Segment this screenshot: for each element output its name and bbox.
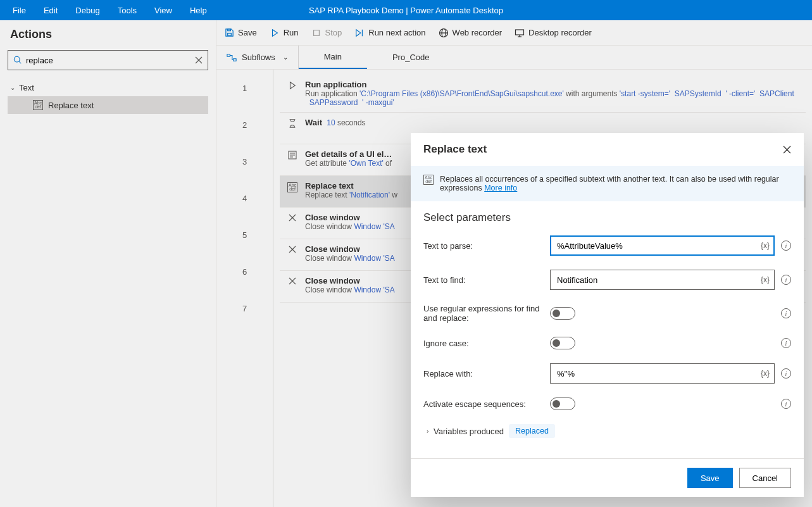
desktop-recorder-icon: [515, 28, 525, 38]
chevron-down-icon: ⌄: [283, 54, 288, 61]
run-next-button[interactable]: Run next action: [354, 28, 425, 38]
step-gutter: 1 2 3 4 5 6 7: [216, 70, 273, 507]
clear-search-icon[interactable]: [195, 56, 203, 64]
actions-title: Actions: [8, 28, 208, 41]
section-title: Select parameters: [423, 211, 791, 224]
step-number: 2: [216, 106, 273, 143]
save-button[interactable]: Save: [687, 468, 733, 488]
menu-edit[interactable]: Edit: [36, 2, 65, 19]
dialog-info: Abcdef Replaces all occurrences of a spe…: [411, 166, 804, 201]
svg-rect-11: [516, 30, 524, 35]
step-number: 4: [216, 180, 273, 216]
variables-produced[interactable]: ⌄ Variables produced Replaced: [423, 424, 791, 438]
input-replace-with[interactable]: [550, 363, 775, 384]
step-number: 6: [216, 253, 273, 290]
window-title: SAP RPA Playbook Demo | Power Automate D…: [309, 6, 503, 15]
step-run-application[interactable]: Run application Run application 'C:\Prog…: [280, 75, 806, 113]
subflows-icon: [227, 53, 237, 62]
variable-picker-icon[interactable]: {x}: [761, 369, 770, 378]
chevron-right-icon: ⌄: [423, 429, 430, 434]
replace-text-dialog: Replace text Abcdef Replaces all occurre…: [411, 133, 804, 497]
svg-rect-6: [313, 30, 319, 35]
tab-bar: Subflows ⌄ Main Pro_Code: [216, 46, 812, 70]
hourglass-icon: [286, 118, 299, 128]
step-number: 1: [216, 70, 273, 106]
label-ignore-case: Ignore case:: [423, 339, 544, 348]
label-text-to-find: Text to find:: [423, 275, 544, 285]
menu-help[interactable]: Help: [182, 2, 215, 19]
label-text-to-parse: Text to parse:: [423, 241, 544, 251]
menu-items: File Edit Debug Tools View Help: [5, 2, 215, 19]
run-button[interactable]: Run: [270, 28, 299, 38]
label-use-regex: Use regular expressions for find and rep…: [423, 304, 544, 323]
svg-rect-5: [227, 29, 230, 31]
run-icon: [270, 28, 280, 38]
replace-text-icon: Abcdef: [33, 100, 43, 110]
close-icon: [286, 213, 299, 222]
search-input[interactable]: [26, 56, 195, 65]
toggle-escape-seq[interactable]: [550, 397, 575, 410]
replace-text-icon: Abcdef: [286, 181, 299, 192]
web-recorder-button[interactable]: Web recorder: [439, 28, 503, 38]
step-number: 5: [216, 216, 273, 253]
menu-bar: File Edit Debug Tools View Help SAP RPA …: [0, 0, 812, 20]
actions-panel: Actions ⌄ Text Abcdef Replace text: [0, 20, 216, 507]
toggle-use-regex[interactable]: [550, 307, 575, 320]
web-recorder-icon: [439, 28, 449, 38]
stop-button: Stop: [311, 28, 342, 38]
menu-view[interactable]: View: [147, 2, 180, 19]
search-box[interactable]: [8, 50, 208, 70]
info-icon[interactable]: i: [781, 399, 791, 409]
tree-group-text[interactable]: ⌄ Text: [8, 79, 208, 96]
svg-line-1: [19, 61, 22, 64]
close-icon: [286, 244, 299, 253]
input-text-to-find[interactable]: [550, 270, 775, 290]
replace-text-icon: Abcdef: [423, 175, 434, 185]
step-number: 3: [216, 143, 273, 180]
svg-rect-4: [227, 33, 231, 35]
stop-icon: [311, 28, 322, 38]
info-icon[interactable]: i: [781, 241, 791, 251]
info-icon[interactable]: i: [781, 368, 791, 379]
play-icon: [286, 80, 299, 90]
subflows-dropdown[interactable]: Subflows ⌄: [216, 46, 299, 69]
variable-picker-icon[interactable]: {x}: [761, 275, 770, 284]
toggle-ignore-case[interactable]: [550, 337, 575, 349]
menu-file[interactable]: File: [5, 2, 34, 19]
dialog-title: Replace text: [423, 143, 487, 156]
label-escape-seq: Activate escape sequences:: [423, 399, 544, 409]
run-next-icon: [354, 28, 365, 38]
cancel-button[interactable]: Cancel: [739, 468, 791, 488]
close-icon: [286, 276, 299, 285]
label-replace-with: Replace with:: [423, 369, 544, 379]
info-icon[interactable]: i: [781, 308, 791, 318]
svg-rect-15: [234, 58, 236, 61]
more-info-link[interactable]: More info: [484, 184, 517, 192]
input-text-to-parse[interactable]: [550, 235, 775, 256]
save-button[interactable]: Save: [224, 28, 257, 38]
chevron-down-icon: ⌄: [10, 84, 15, 91]
info-icon[interactable]: i: [781, 338, 791, 348]
toolbar: Save Run Stop Run next action: [216, 20, 812, 46]
variable-pill[interactable]: Replaced: [509, 424, 555, 438]
action-replace-text[interactable]: Abcdef Replace text: [8, 96, 208, 114]
tab-main[interactable]: Main: [299, 46, 367, 69]
menu-debug[interactable]: Debug: [68, 2, 107, 19]
form-icon: [286, 149, 299, 160]
close-dialog-button[interactable]: [783, 146, 791, 154]
desktop-recorder-button[interactable]: Desktop recorder: [515, 28, 592, 38]
step-number: 7: [216, 290, 273, 327]
tab-procode[interactable]: Pro_Code: [367, 46, 455, 69]
tree-group-label: Text: [19, 83, 34, 92]
info-icon[interactable]: i: [781, 275, 791, 285]
search-icon: [13, 56, 22, 65]
save-icon: [224, 28, 234, 38]
menu-tools[interactable]: Tools: [110, 2, 144, 19]
tree-item-label: Replace text: [48, 101, 94, 110]
variable-picker-icon[interactable]: {x}: [761, 241, 770, 250]
svg-rect-14: [227, 54, 230, 56]
